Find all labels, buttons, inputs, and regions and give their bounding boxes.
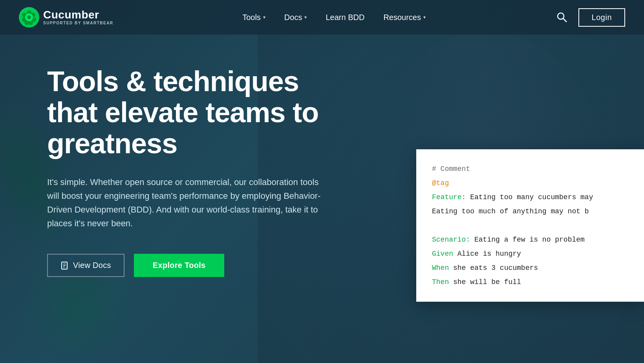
code-line-given: Given Alice is hungry: [432, 247, 628, 261]
svg-point-9: [27, 15, 31, 19]
doc-icon: [60, 261, 69, 270]
code-block: # Comment @tag Feature: Eating too many …: [416, 149, 644, 302]
nav-left: Cucumber Supported by SMARTBEAR: [19, 7, 113, 28]
code-line-tag: @tag: [432, 176, 628, 190]
cucumber-logo-icon: [19, 7, 39, 28]
svg-point-10: [558, 13, 564, 19]
logo-text: Cucumber Supported by SMARTBEAR: [43, 9, 113, 25]
code-line-comment: # Comment: [432, 162, 628, 176]
hero-buttons: View Docs Explore Tools: [47, 254, 322, 277]
logo-name: Cucumber: [43, 9, 113, 20]
chevron-down-icon: ▾: [423, 15, 426, 20]
logo[interactable]: Cucumber Supported by SMARTBEAR: [19, 7, 113, 28]
explore-tools-button[interactable]: Explore Tools: [134, 254, 225, 277]
code-line-when: When she eats 3 cucumbers: [432, 261, 628, 275]
chevron-down-icon: ▾: [304, 15, 307, 20]
code-line-then: Then she will be full: [432, 275, 628, 289]
hero-description: It's simple. Whether open source or comm…: [47, 175, 322, 231]
nav-right: Login: [555, 8, 625, 27]
code-content: # Comment @tag Feature: Eating too many …: [432, 162, 628, 289]
code-line-empty: [432, 218, 628, 233]
hero-title: Tools & techniques that elevate teams to…: [47, 66, 322, 160]
nav-item-docs[interactable]: Docs ▾: [284, 13, 307, 22]
view-docs-button[interactable]: View Docs: [47, 254, 124, 277]
logo-tagline: Supported by SMARTBEAR: [43, 21, 113, 25]
hero-content: Tools & techniques that elevate teams to…: [0, 35, 353, 277]
navbar: Cucumber Supported by SMARTBEAR Tools ▾ …: [0, 0, 644, 35]
nav-item-learn-bdd[interactable]: Learn BDD: [326, 13, 364, 22]
login-button[interactable]: Login: [578, 8, 625, 27]
code-line-scenario: Scenario: Eating a few is no problem: [432, 233, 628, 247]
search-button[interactable]: [555, 10, 569, 24]
chevron-down-icon: ▾: [263, 15, 265, 20]
code-line-feature: Feature: Eating too many cucumbers may: [432, 190, 628, 204]
nav-item-tools[interactable]: Tools ▾: [242, 13, 265, 22]
hero-section: Cucumber Supported by SMARTBEAR Tools ▾ …: [0, 0, 644, 363]
code-line-feature-desc: Eating too much of anything may not b: [432, 204, 628, 218]
svg-line-11: [563, 18, 567, 22]
nav-center: Tools ▾ Docs ▾ Learn BDD Resources ▾: [242, 13, 426, 22]
search-icon: [556, 12, 567, 23]
nav-item-resources[interactable]: Resources ▾: [383, 13, 426, 22]
